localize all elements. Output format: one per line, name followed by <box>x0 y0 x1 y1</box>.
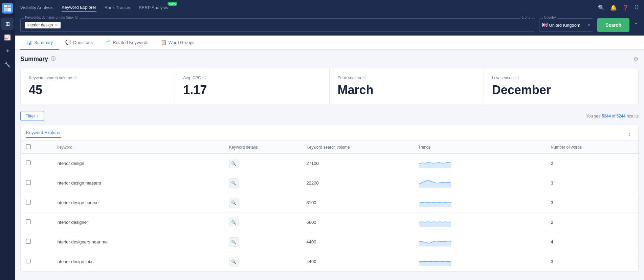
row-keyword-cell: interior design masters <box>51 173 224 193</box>
row-checkbox-4[interactable] <box>26 239 31 244</box>
stat-peak-label: Peak season ⓘ <box>338 75 475 80</box>
peak-info-icon[interactable]: ⓘ <box>362 75 366 80</box>
row-trends-cell <box>413 173 546 193</box>
summary-title-text: Summary <box>20 56 48 63</box>
search-icon[interactable]: 🔍 <box>598 4 605 11</box>
sparkline-chart <box>418 158 540 169</box>
tab-related-label: Related Keywords <box>113 40 149 45</box>
tab-questions[interactable]: 💬 Questions <box>59 36 99 50</box>
row-checkbox-3[interactable] <box>26 219 31 224</box>
volume-value: 27100 <box>307 161 319 166</box>
row-checkbox-0[interactable] <box>26 160 31 165</box>
row-words-cell: 3 <box>546 173 638 193</box>
stat-peak-value: March <box>338 83 475 97</box>
row-details-cell: 🔍 <box>224 252 301 272</box>
nav-keyword[interactable]: Keyword Explorer <box>62 3 96 12</box>
volume-info-icon[interactable]: ⓘ <box>73 75 77 80</box>
summary-settings-icon[interactable]: ⚙ <box>633 55 639 63</box>
row-details-cell: 🔍 <box>224 154 301 173</box>
svg-rect-0 <box>4 5 7 7</box>
keyword-details-button[interactable]: 🔍 <box>229 178 239 188</box>
row-words-cell: 3 <box>546 252 638 272</box>
row-checkbox-5[interactable] <box>26 259 31 263</box>
table-row: interior designer 🔍 6600 2 <box>21 213 638 232</box>
row-details-cell: 🔍 <box>224 213 301 232</box>
sparkline-chart <box>418 217 540 228</box>
stats-cards: Keyword search volume ⓘ 45 Avg. CPC ⓘ 1.… <box>20 68 639 104</box>
row-keyword-cell: interior designer <box>51 213 224 232</box>
row-volume-cell: 4400 <box>301 252 413 272</box>
select-all-checkbox[interactable] <box>26 144 31 149</box>
filter-button[interactable]: Filter + <box>20 111 44 121</box>
tab-word-groups[interactable]: 📋 Word Groups <box>155 36 201 50</box>
volume-value: 6600 <box>307 220 316 225</box>
keyword-details-button[interactable]: 🔍 <box>229 198 239 208</box>
tab-summary[interactable]: 📊 Summary <box>20 36 59 50</box>
col-header-details[interactable]: Keyword details <box>224 141 301 154</box>
col-header-words[interactable]: Number of words ↕ <box>546 141 638 154</box>
low-info-icon[interactable]: ⓘ <box>515 75 519 80</box>
table-tab-keyword-explorer[interactable]: Keyword Explorer <box>26 128 61 138</box>
col-header-keyword[interactable]: Keyword ↕ <box>51 141 224 154</box>
nav-rank[interactable]: Rank Tracker <box>105 4 131 12</box>
stat-volume-value: 45 <box>29 83 166 97</box>
main-area: Visibility Analysis Keyword Explorer Ran… <box>15 0 644 280</box>
table-row: interior design jobs 🔍 4400 3 <box>21 252 638 272</box>
summary-tab-icon: 📊 <box>26 40 32 45</box>
col-header-volume[interactable]: Keyword search volume ↕ <box>301 141 413 154</box>
row-keyword-cell: interior design jobs <box>51 252 224 272</box>
sidebar-item-home[interactable]: ⊞ <box>1 18 14 30</box>
sidebar-item-chart[interactable]: 📈 <box>1 31 14 43</box>
nav-right-actions: 🔍 🔔 ❓ ⠿ <box>598 4 639 11</box>
content-area: Summary ⓘ ⚙ Keyword search volume ⓘ 45 A… <box>15 50 644 280</box>
row-checkbox-1[interactable] <box>26 180 31 185</box>
row-checkbox-cell <box>21 232 51 252</box>
keyword-table: Keyword ↕ Keyword details Keyword search… <box>21 141 638 271</box>
collapse-icon[interactable]: ⌃ <box>634 21 639 29</box>
sparkline-chart <box>418 256 540 267</box>
search-button[interactable]: Search <box>597 18 629 32</box>
table-body: interior design 🔍 27100 2 interior desig… <box>21 154 638 272</box>
words-value: 4 <box>551 239 553 244</box>
row-volume-cell: 4400 <box>301 232 413 252</box>
row-details-cell: 🔍 <box>224 232 301 252</box>
keyword-details-button[interactable]: 🔍 <box>229 218 239 227</box>
row-keyword-cell: interior design course <box>51 193 224 213</box>
keyword-details-button[interactable]: 🔍 <box>229 159 239 168</box>
words-value: 3 <box>551 180 553 186</box>
cpc-info-icon[interactable]: ⓘ <box>202 75 206 80</box>
row-checkbox-cell <box>21 193 51 213</box>
row-checkbox-2[interactable] <box>26 200 31 204</box>
tab-questions-label: Questions <box>73 40 93 45</box>
row-details-cell: 🔍 <box>224 173 301 193</box>
country-flag: 🇬🇧 <box>542 22 548 28</box>
keyword-tag-remove[interactable]: × <box>55 23 58 27</box>
summary-title: Summary ⓘ <box>20 56 55 63</box>
row-volume-cell: 8100 <box>301 193 413 213</box>
app-logo[interactable] <box>2 3 13 14</box>
stat-cpc-label: Avg. CPC ⓘ <box>183 75 321 80</box>
summary-info-icon[interactable]: ⓘ <box>51 56 55 62</box>
nav-serp[interactable]: SERP Analysis NEW <box>139 4 175 12</box>
keyword-details-button[interactable]: 🔍 <box>229 237 239 247</box>
svg-rect-3 <box>7 8 11 12</box>
tab-related-keywords[interactable]: 📄 Related Keywords <box>99 36 155 50</box>
tab-wordgroups-label: Word Groups <box>169 40 195 45</box>
row-trends-cell <box>413 193 546 213</box>
nav-visibility[interactable]: Visibility Analysis <box>20 4 53 12</box>
row-volume-cell: 22200 <box>301 173 413 193</box>
keyword-text: interior design <box>57 161 84 166</box>
table-more-options-icon[interactable]: ⋮ <box>627 129 633 137</box>
help-icon[interactable]: ❓ <box>622 4 629 11</box>
sidebar-item-tools[interactable]: 🔧 <box>1 58 14 70</box>
search-area: Keywords, domains or urls (max. 5) 1 of … <box>15 15 644 36</box>
results-total: 5244 <box>617 114 626 119</box>
keyword-details-button[interactable]: 🔍 <box>229 257 239 266</box>
bell-icon[interactable]: 🔔 <box>610 4 617 11</box>
volume-value: 4400 <box>307 259 316 264</box>
words-sort-icon: ↕ <box>583 146 584 149</box>
apps-icon[interactable]: ⠿ <box>635 4 639 11</box>
col-header-trends[interactable]: Trends <box>413 141 546 154</box>
sidebar-item-plugin[interactable]: ✦ <box>1 45 14 57</box>
keyword-input-box[interactable]: interior design × <box>20 18 535 32</box>
